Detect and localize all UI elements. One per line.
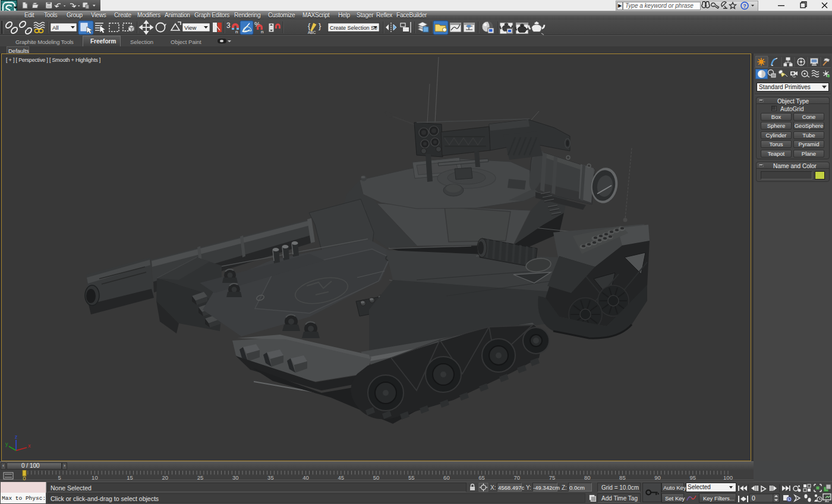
svg-text:70: 70 <box>514 474 521 481</box>
svg-text:x: x <box>28 443 31 449</box>
svg-text:40: 40 <box>302 474 309 481</box>
svg-text:0: 0 <box>752 494 755 502</box>
svg-text:60: 60 <box>443 474 450 481</box>
svg-text:?: ? <box>743 3 746 9</box>
svg-text:z: z <box>15 434 18 440</box>
svg-text:25: 25 <box>197 474 204 481</box>
svg-text:75: 75 <box>549 474 556 481</box>
svg-text:65: 65 <box>478 474 485 481</box>
svg-text:}: } <box>319 21 322 30</box>
svg-text:10: 10 <box>92 474 98 481</box>
svg-text:ABC: ABC <box>308 30 316 34</box>
svg-text:100: 100 <box>723 474 733 481</box>
svg-text:30: 30 <box>232 474 239 481</box>
svg-text:View: View <box>184 24 197 31</box>
svg-text:50: 50 <box>373 474 380 481</box>
svg-text:85: 85 <box>619 474 626 481</box>
svg-text:{: { <box>308 21 311 30</box>
svg-text:95: 95 <box>690 474 697 481</box>
svg-text:20: 20 <box>162 474 169 481</box>
svg-text:5: 5 <box>58 474 61 481</box>
svg-text:80: 80 <box>584 474 591 481</box>
svg-text:45: 45 <box>338 474 345 481</box>
svg-text:n: n <box>235 29 238 34</box>
svg-text:0: 0 <box>23 475 26 481</box>
svg-text:Create Selection Se: Create Selection Se <box>330 25 377 31</box>
svg-text:15: 15 <box>127 474 133 481</box>
svg-text:n: n <box>261 29 263 34</box>
svg-text:90: 90 <box>654 474 661 481</box>
svg-text:3: 3 <box>226 21 231 30</box>
svg-text:All: All <box>52 24 59 31</box>
svg-text:35: 35 <box>267 474 274 481</box>
svg-text:55: 55 <box>408 474 415 481</box>
svg-text:y: y <box>5 441 8 447</box>
